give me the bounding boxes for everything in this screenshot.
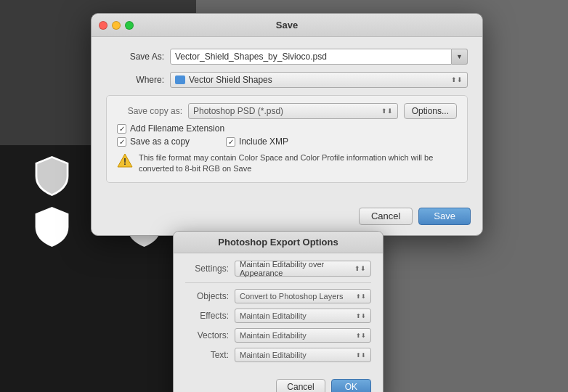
filename-dropdown-arrow[interactable]: ▼ [452, 49, 468, 65]
divider [185, 282, 371, 283]
close-button[interactable] [99, 21, 107, 30]
folder-icon [175, 75, 185, 84]
text-label: Text: [185, 350, 229, 360]
effects-row: Effects: Maintain Editability ⬆⬇ [185, 309, 371, 323]
dialog-titlebar: Save [92, 14, 482, 37]
warning-icon: ! [117, 152, 133, 168]
save-as-label: Save As: [106, 52, 164, 62]
effects-select[interactable]: Maintain Editability ⬆⬇ [235, 309, 371, 323]
options-button[interactable]: Options... [404, 103, 457, 119]
warning-row: ! This file format may contain Color Spa… [117, 152, 457, 175]
vectors-select[interactable]: Maintain Editability ⬆⬇ [235, 328, 371, 343]
objects-select[interactable]: Convert to Photoshop Layers ⬆⬇ [235, 289, 371, 303]
export-titlebar: Photoshop Export Options [174, 232, 383, 253]
vectors-row: Vectors: Maintain Editability ⬆⬇ [185, 328, 371, 343]
format-arrow: ⬆⬇ [381, 107, 393, 115]
text-value: Maintain Editability [240, 351, 307, 359]
checkbox-row-2: ✓ Save as a copy ✓ Include XMP [117, 136, 457, 147]
format-value: Photoshop PSD (*.psd) [193, 106, 283, 116]
filename-input[interactable]: Vector_Shield_Shapes_by_Sivioco.psd [170, 49, 452, 65]
dialog-title: Save [276, 20, 298, 30]
where-select[interactable]: Vector Shield Shapes ⬆⬇ [170, 72, 468, 88]
checkbox-icon: ✓ [226, 137, 235, 147]
save-as-copy-label: Save as a copy [130, 136, 190, 147]
export-cancel-button[interactable]: Cancel [276, 379, 325, 392]
objects-row: Objects: Convert to Photoshop Layers ⬆⬇ [185, 289, 371, 303]
warning-text: This file format may contain Color Space… [139, 152, 457, 175]
checkbox-icon: ✓ [117, 124, 126, 134]
ok-button[interactable]: OK [331, 379, 371, 392]
objects-value: Convert to Photoshop Layers [240, 292, 343, 301]
svg-text:!: ! [123, 157, 126, 167]
options-panel: Save copy as: Photoshop PSD (*.psd) ⬆⬇ O… [106, 95, 468, 183]
add-filename-label: Add Filename Extension [130, 123, 224, 134]
where-label: Where: [106, 75, 164, 85]
add-filename-ext-checkbox[interactable]: ✓ Add Filename Extension [117, 123, 224, 134]
minimize-button[interactable] [112, 21, 121, 30]
vectors-label: Vectors: [185, 330, 229, 340]
maximize-button[interactable] [125, 21, 134, 30]
checkbox-icon: ✓ [117, 137, 126, 147]
include-xmp-checkbox[interactable]: ✓ Include XMP [226, 136, 288, 147]
text-select[interactable]: Maintain Editability ⬆⬇ [235, 348, 371, 362]
dialog-footer: Cancel Save [92, 200, 482, 235]
settings-label: Settings: [185, 264, 229, 274]
checkbox-row-1: ✓ Add Filename Extension [117, 123, 457, 134]
effects-value: Maintain Editability [240, 311, 307, 320]
traffic-lights [99, 21, 134, 30]
text-row: Text: Maintain Editability ⬆⬇ [185, 348, 371, 362]
save-button[interactable]: Save [418, 208, 471, 225]
save-as-copy-checkbox[interactable]: ✓ Save as a copy [117, 136, 190, 147]
settings-arrow: ⬆⬇ [354, 265, 366, 272]
effects-label: Effects: [185, 311, 229, 321]
export-body: Settings: Maintain Editability over Appe… [174, 253, 383, 375]
settings-value: Maintain Editability over Appearance [240, 260, 354, 277]
settings-select[interactable]: Maintain Editability over Appearance ⬆⬇ [235, 261, 371, 277]
settings-row: Settings: Maintain Editability over Appe… [185, 261, 371, 277]
objects-label: Objects: [185, 291, 229, 301]
save-copy-label: Save copy as: [117, 106, 182, 116]
save-dialog: Save Save As: Vector_Shield_Shapes_by_Si… [91, 13, 483, 236]
where-value: Vector Shield Shapes [189, 75, 272, 85]
filename-value: Vector_Shield_Shapes_by_Sivioco.psd [175, 52, 327, 62]
export-dialog: Photoshop Export Options Settings: Maint… [173, 231, 384, 392]
format-row: Save copy as: Photoshop PSD (*.psd) ⬆⬇ O… [117, 103, 457, 119]
where-row: Where: Vector Shield Shapes ⬆⬇ [106, 72, 468, 88]
shield-item [452, 261, 553, 377]
where-arrow: ⬆⬇ [451, 76, 463, 83]
export-title: Photoshop Export Options [218, 237, 338, 248]
include-xmp-label: Include XMP [239, 136, 288, 147]
format-select[interactable]: Photoshop PSD (*.psd) ⬆⬇ [188, 103, 398, 119]
save-as-row: Save As: Vector_Shield_Shapes_by_Sivioco… [106, 49, 468, 65]
dialog-body: Save As: Vector_Shield_Shapes_by_Sivioco… [92, 37, 482, 200]
vectors-value: Maintain Editability [240, 331, 307, 340]
export-footer: Cancel OK [174, 375, 383, 392]
cancel-button[interactable]: Cancel [359, 208, 413, 225]
